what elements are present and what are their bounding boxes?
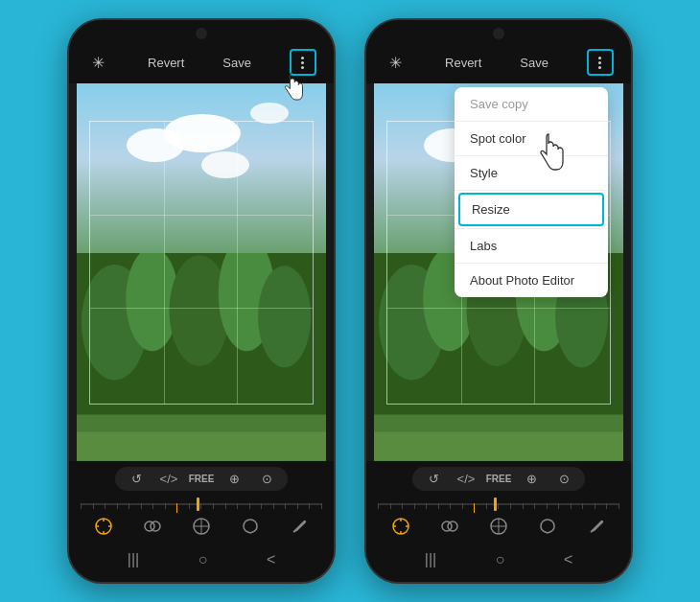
crop-line-h1 [90, 215, 313, 216]
left-more-btn-container [290, 49, 316, 76]
left-slider-thumb[interactable] [197, 498, 199, 511]
left-bottom-icons [69, 509, 334, 544]
right-pill-crop-h[interactable]: ⊕ [522, 472, 541, 486]
camera-dot [196, 28, 207, 39]
left-icon-sticker[interactable] [241, 517, 260, 536]
right-slider-area[interactable] [366, 497, 631, 509]
left-icon-crop[interactable] [192, 517, 211, 536]
left-nav-menu[interactable]: ||| [128, 551, 139, 568]
crop-line-v1 [164, 122, 165, 404]
right-bottom-icons [366, 509, 631, 544]
right-phone-screen: ✳ Revert Save Save copy [366, 20, 631, 582]
left-icon-draw[interactable] [290, 517, 309, 536]
right-more-dots-icon [598, 57, 601, 69]
dropdown-menu: Save copy Spot color Style Resize Labs A… [455, 87, 608, 297]
right-icon-crop[interactable] [489, 517, 508, 536]
right-camera-dot [493, 28, 504, 39]
left-save-btn[interactable]: Save [222, 56, 251, 70]
menu-item-save-copy[interactable]: Save copy [455, 87, 608, 121]
left-photo-bg [77, 83, 326, 461]
right-pill-undo[interactable]: ↺ [424, 472, 443, 486]
left-icon-filter[interactable] [143, 517, 162, 536]
right-nav-back[interactable]: < [564, 551, 572, 568]
svg-point-10 [151, 521, 160, 531]
right-loading-icon: ✳ [384, 54, 407, 72]
menu-item-about[interactable]: About Photo Editor [455, 264, 608, 297]
right-pill-free[interactable]: FREE [489, 474, 508, 484]
cloud4 [250, 103, 289, 124]
crop-line-v2 [237, 122, 238, 404]
right-save-btn[interactable]: Save [520, 56, 548, 70]
right-nav-bar: ||| ○ < [366, 544, 631, 582]
right-more-btn[interactable] [587, 49, 614, 76]
left-phone-screen: ✳ Revert Save [69, 20, 334, 582]
right-slider-track[interactable] [378, 503, 619, 505]
crop-overlay [89, 121, 314, 405]
pill-free[interactable]: FREE [192, 474, 211, 484]
right-icon-sticker[interactable] [538, 517, 557, 536]
left-phone: ✳ Revert Save [67, 18, 336, 584]
pill-crop-v[interactable]: ⊙ [257, 472, 276, 486]
crop-line-h2 [90, 308, 313, 309]
left-icon-adjust[interactable] [94, 517, 113, 536]
left-slider-track[interactable] [81, 503, 322, 505]
pill-crop-h[interactable]: ⊕ [224, 472, 244, 486]
left-toolbar-pills: ↺ </> FREE ⊕ ⊙ [69, 461, 334, 497]
left-nav-bar: ||| ○ < [69, 544, 334, 582]
left-nav-home[interactable]: ○ [198, 551, 208, 568]
right-slider-ticks [378, 503, 619, 513]
right-pill-crop-v[interactable]: ⊙ [554, 472, 573, 486]
pill-code[interactable]: </> [159, 472, 178, 486]
right-more-btn-container: Save copy Spot color Style Resize Labs A… [587, 49, 614, 76]
menu-item-resize-label: Resize [472, 202, 510, 217]
cursor-finger-right [527, 129, 566, 172]
right-nav-menu[interactable]: ||| [425, 551, 436, 568]
right-pill-code[interactable]: </> [456, 472, 476, 486]
menu-item-resize[interactable]: Resize [458, 193, 604, 226]
phones-container: ✳ Revert Save [0, 0, 700, 602]
left-more-dots-icon [301, 57, 304, 69]
svg-rect-21 [374, 432, 623, 461]
svg-rect-7 [77, 432, 326, 461]
left-nav-back[interactable]: < [267, 551, 275, 568]
right-revert-btn[interactable]: Revert [445, 56, 481, 70]
pill-undo[interactable]: ↺ [127, 472, 146, 486]
left-photo-area [77, 83, 326, 461]
right-icon-filter[interactable] [440, 517, 459, 536]
left-slider-area[interactable] [69, 497, 334, 509]
right-pills-row: ↺ </> FREE ⊕ ⊙ [412, 467, 585, 491]
left-slider-ticks [81, 503, 322, 513]
left-pills-row: ↺ </> FREE ⊕ ⊙ [115, 467, 288, 491]
right-crop-line-h2 [387, 308, 610, 309]
right-icon-draw[interactable] [587, 517, 606, 536]
svg-point-24 [448, 521, 457, 531]
right-nav-home[interactable]: ○ [496, 551, 505, 568]
right-slider-thumb[interactable] [494, 498, 497, 511]
right-icon-adjust[interactable] [391, 517, 410, 536]
left-loading-icon: ✳ [86, 54, 109, 72]
cursor-finger-left [274, 70, 309, 104]
left-revert-btn[interactable]: Revert [148, 56, 184, 70]
right-phone: ✳ Revert Save Save copy [364, 18, 633, 584]
right-toolbar-pills: ↺ </> FREE ⊕ ⊙ [366, 461, 631, 497]
menu-item-labs[interactable]: Labs [455, 229, 608, 263]
